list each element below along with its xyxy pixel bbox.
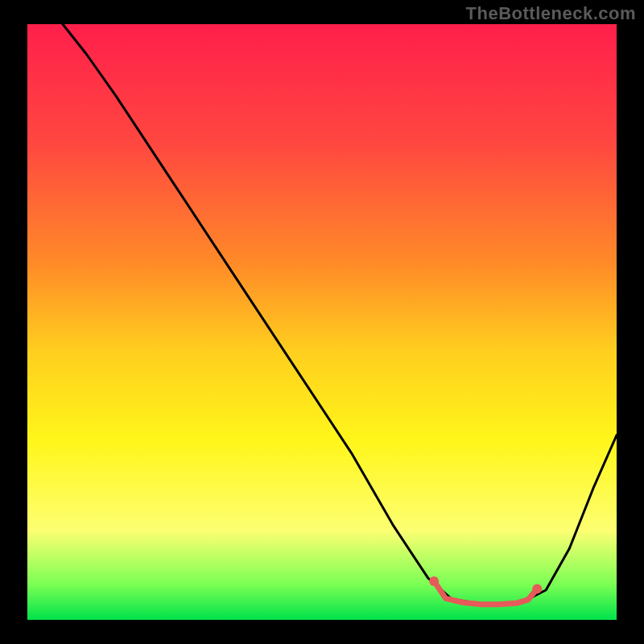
plot-area xyxy=(27,24,617,620)
chart-container: TheBottleneck.com xyxy=(0,0,644,644)
highlight-dot xyxy=(532,584,542,594)
watermark-text: TheBottleneck.com xyxy=(466,3,636,24)
chart-svg xyxy=(0,0,644,644)
highlight-dot xyxy=(429,576,439,586)
